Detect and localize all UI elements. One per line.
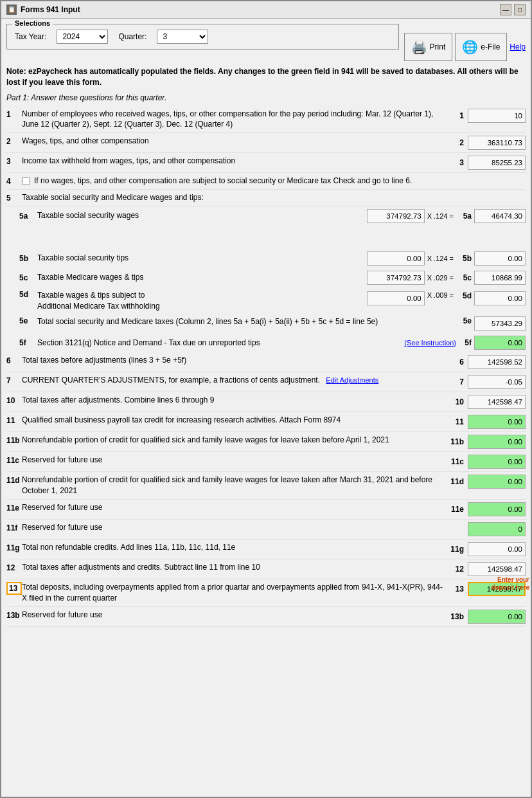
row-description: Reserved for future use bbox=[22, 455, 448, 466]
field-11e[interactable] bbox=[468, 502, 526, 516]
row-description: Total taxes after adjustments and credit… bbox=[22, 562, 448, 573]
field-5d-result[interactable] bbox=[474, 291, 526, 305]
field-12[interactable] bbox=[468, 562, 526, 576]
list-item: 5c Taxable Medicare wages & tips X .029 … bbox=[19, 268, 526, 287]
row-number: 11e bbox=[6, 502, 22, 512]
field-5b-input[interactable] bbox=[367, 251, 425, 266]
field-number: 13b bbox=[448, 612, 464, 621]
table-row: 13 Total deposits, including overpayment… bbox=[6, 579, 526, 607]
minimize-button[interactable]: — bbox=[500, 4, 511, 15]
field-5b-result[interactable] bbox=[474, 251, 526, 266]
field-5e-result[interactable] bbox=[474, 316, 526, 331]
edit-adjustments-link[interactable]: Edit Adjustments bbox=[326, 376, 378, 384]
maximize-button[interactable]: □ bbox=[514, 4, 526, 15]
field-5a-result[interactable] bbox=[474, 209, 526, 223]
table-row: 11d Nonrefundable portion of credit for … bbox=[6, 472, 526, 500]
row-field-area: 11b bbox=[448, 435, 526, 449]
globe-icon: 🌐 bbox=[462, 39, 478, 55]
list-item: 5d Taxable wages & tips subject toAdditi… bbox=[19, 287, 526, 314]
field-number: 12 bbox=[448, 565, 464, 574]
sub-row-desc: Taxable Medicare wages & tips bbox=[37, 272, 367, 283]
list-item: 5a Taxable social security wages X .124 … bbox=[19, 206, 526, 226]
sub-field-num: 5a bbox=[456, 212, 472, 221]
field-number: 13 bbox=[448, 585, 464, 594]
printer-icon: 🖨️ bbox=[411, 39, 427, 55]
row-description: Nonrefundable portion of credit for qual… bbox=[22, 475, 448, 496]
sub-row-num: 5a bbox=[19, 212, 37, 221]
field-13b[interactable] bbox=[468, 610, 526, 624]
row-number: 13 bbox=[6, 582, 22, 595]
row-4-content: If no wages, tips, and other compensatio… bbox=[22, 176, 526, 186]
field-number: 11 bbox=[448, 417, 464, 426]
quarter-select[interactable]: 3 1 2 4 bbox=[157, 30, 208, 44]
row-description: Reserved for future use bbox=[22, 610, 448, 621]
multiplier-5d: X .009 = bbox=[427, 291, 454, 299]
row-number: 13b bbox=[6, 610, 22, 620]
row-number: 5 bbox=[6, 192, 22, 203]
field-number: 11d bbox=[448, 477, 464, 486]
multiplier-5c: X .029 = bbox=[427, 274, 454, 282]
field-11g[interactable] bbox=[468, 542, 526, 556]
row-number: 7 bbox=[6, 375, 22, 385]
row-description: CURRENT QUARTER'S ADJUSTMENTS, for examp… bbox=[22, 375, 448, 386]
table-row: 5 Taxable social security and Medicare w… bbox=[6, 190, 526, 206]
row-description: Reserved for future use bbox=[22, 522, 468, 533]
field-5f-result[interactable] bbox=[474, 336, 526, 350]
table-row: 2 Wages, tips, and other compensation 2 bbox=[6, 133, 526, 153]
field-6[interactable] bbox=[468, 355, 526, 369]
row-field-area: 11d bbox=[448, 475, 526, 489]
field-11c[interactable] bbox=[468, 455, 526, 469]
table-row: 1 Number of employees who received wages… bbox=[6, 106, 526, 134]
field-11f[interactable] bbox=[468, 522, 526, 536]
row-number: 11d bbox=[6, 475, 22, 485]
sub-field-num: 5b bbox=[456, 254, 472, 263]
field-5c-result[interactable] bbox=[474, 271, 526, 285]
enter-deposit-hint: Enter yourdeposit here bbox=[492, 576, 529, 592]
tax-year-label: Tax Year: bbox=[15, 32, 46, 41]
see-instruction-link[interactable]: (See Instruction) bbox=[404, 339, 456, 347]
note-text: Note: ezPaycheck has automatically popul… bbox=[6, 67, 519, 87]
field-11[interactable] bbox=[468, 415, 526, 429]
field-number: 3 bbox=[448, 158, 464, 167]
efile-button[interactable]: 🌐 e-File bbox=[455, 33, 507, 61]
field-1[interactable] bbox=[468, 109, 526, 123]
row-number: 6 bbox=[6, 355, 22, 365]
field-5c-input[interactable] bbox=[367, 271, 425, 285]
sub-row-desc: Taxable social security tips bbox=[37, 253, 367, 264]
row-number: 10 bbox=[6, 395, 22, 405]
help-link[interactable]: Help bbox=[510, 42, 526, 51]
row-description: Wages, tips, and other compensation bbox=[22, 136, 448, 147]
field-2[interactable] bbox=[468, 136, 526, 150]
sub-row-num: 5b bbox=[19, 254, 37, 263]
list-item: 5b Taxable social security tips X .124 =… bbox=[19, 249, 526, 268]
tax-year-select[interactable]: 2024 2023 2025 bbox=[57, 30, 108, 44]
field-number: 11c bbox=[448, 457, 464, 466]
field-5d-input[interactable] bbox=[367, 291, 425, 305]
sub-row-num: 5f bbox=[19, 338, 37, 347]
field-11b[interactable] bbox=[468, 435, 526, 449]
field-7[interactable] bbox=[468, 375, 526, 389]
field-number: 6 bbox=[448, 358, 464, 367]
row-description: Nonrefundable portion of credit for qual… bbox=[22, 435, 448, 446]
field-number: 11b bbox=[448, 437, 464, 446]
row-description: Total deposits, including overpayments a… bbox=[22, 582, 448, 604]
row-description: Reserved for future use bbox=[22, 502, 448, 513]
row-field-area: 12 Enter yourdeposit here bbox=[448, 562, 526, 576]
multiplier-5a: X .124 = bbox=[427, 212, 454, 220]
field-10[interactable] bbox=[468, 395, 526, 409]
field-5a-input[interactable] bbox=[367, 209, 425, 223]
row-number: 11g bbox=[6, 542, 22, 552]
row-field-area: 11 bbox=[448, 415, 526, 429]
selections-group: Selections Tax Year: 2024 2023 2025 Quar… bbox=[6, 24, 399, 50]
sub-row-num: 5d bbox=[19, 290, 37, 299]
field-number: 11g bbox=[448, 545, 464, 554]
field-3[interactable] bbox=[468, 156, 526, 170]
row-4-desc: If no wages, tips, and other compensatio… bbox=[34, 176, 412, 186]
row-4-checkbox[interactable] bbox=[22, 177, 30, 185]
field-11d[interactable] bbox=[468, 475, 526, 489]
print-button[interactable]: 🖨️ Print bbox=[404, 33, 453, 61]
row-number: 11f bbox=[6, 522, 22, 532]
quarter-label: Quarter: bbox=[118, 32, 146, 41]
row-field-area: 3 bbox=[448, 156, 526, 170]
field-number: 10 bbox=[448, 397, 464, 406]
